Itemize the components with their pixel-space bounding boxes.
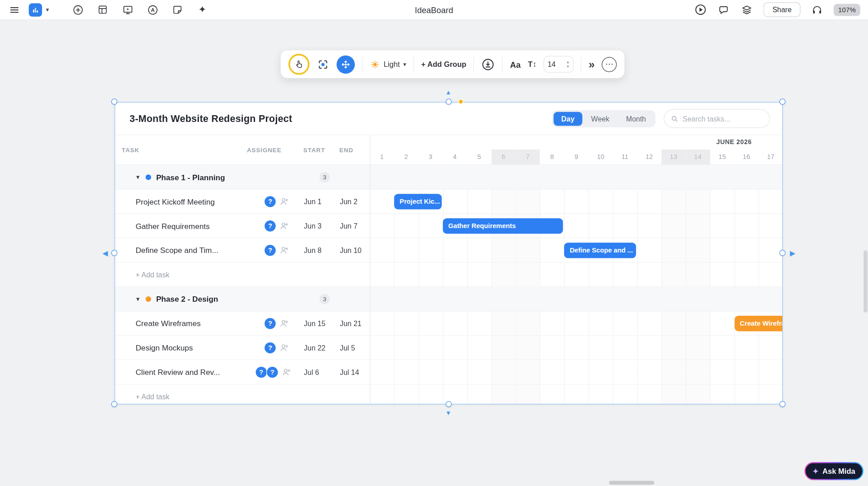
gantt-bar[interactable]: Gather Requirements bbox=[443, 218, 563, 234]
stepper-up-icon[interactable]: ▲ bbox=[566, 61, 570, 64]
zoom-level-badge[interactable]: 107% bbox=[834, 4, 860, 16]
task-name[interactable]: Create Wireframes bbox=[135, 319, 200, 328]
task-name[interactable]: Client Review and Rev... bbox=[135, 368, 220, 377]
font-size-stepper[interactable]: ▲ ▼ bbox=[566, 61, 570, 68]
task-row[interactable]: Gather Requirements?Jun 3Jun 7Gather Req… bbox=[115, 214, 782, 238]
menu-icon[interactable] bbox=[8, 3, 21, 16]
assignee-avatar[interactable]: ? bbox=[264, 244, 276, 256]
layers-icon[interactable] bbox=[740, 3, 753, 16]
audio-headphones-icon[interactable] bbox=[810, 3, 823, 16]
gantt-bar[interactable]: Define Scope and ... bbox=[564, 243, 636, 258]
assignee-avatar[interactable]: ? bbox=[264, 195, 276, 207]
assignee-avatar[interactable]: ? bbox=[264, 317, 276, 329]
sticky-note-icon[interactable] bbox=[171, 3, 184, 16]
view-tab-week[interactable]: Week bbox=[583, 112, 617, 126]
selection-handle-mid-left[interactable] bbox=[111, 250, 117, 256]
assignee-avatar[interactable]: ? bbox=[255, 366, 267, 378]
selection-handle-top-center[interactable] bbox=[446, 98, 451, 104]
task-name[interactable]: Define Scope and Tim... bbox=[135, 246, 218, 255]
comments-icon[interactable] bbox=[717, 3, 730, 16]
sparkle-icon: ✦ bbox=[812, 467, 818, 475]
task-row[interactable]: Client Review and Rev...??Jul 6Jul 14 bbox=[115, 360, 782, 384]
group-row[interactable]: ▾Phase 2 - Design3 bbox=[115, 287, 782, 311]
selection-handle-mid-right[interactable] bbox=[780, 250, 785, 256]
add-assignee-icon[interactable] bbox=[279, 221, 289, 231]
task-row[interactable]: Design Mockups?Jun 22Jul 5 bbox=[115, 336, 782, 360]
horizontal-scrollbar[interactable] bbox=[609, 481, 654, 485]
add-element-icon[interactable] bbox=[71, 3, 84, 16]
font-size-icon[interactable]: T↕ bbox=[528, 60, 537, 69]
ai-sparkle-icon[interactable]: ✦ bbox=[196, 3, 209, 16]
ellipsis-icon: ⋯ bbox=[605, 59, 613, 69]
task-row[interactable]: Define Scope and Tim...?Jun 8Jun 10Defin… bbox=[115, 238, 782, 262]
gantt-bar[interactable]: Create Wireframes bbox=[734, 316, 782, 331]
board-switcher[interactable]: ▾ bbox=[29, 3, 49, 16]
add-assignee-icon[interactable] bbox=[279, 245, 289, 255]
focus-frame-button[interactable] bbox=[317, 58, 330, 70]
task-name[interactable]: Project Kickoff Meeting bbox=[135, 197, 214, 206]
selection-handle-top-right[interactable] bbox=[780, 98, 785, 104]
expand-left-arrow[interactable]: ◀ bbox=[102, 249, 108, 257]
gantt-rows: ▾Phase 1 - Planning3Project Kickoff Meet… bbox=[115, 165, 782, 404]
selection-handle-bottom-left[interactable] bbox=[111, 401, 117, 407]
selection-handle-top-left[interactable] bbox=[111, 98, 117, 104]
vertical-scrollbar[interactable] bbox=[863, 250, 868, 312]
selection-handle-bottom-right[interactable] bbox=[780, 401, 785, 407]
move-tool-button[interactable] bbox=[337, 55, 355, 73]
template-layout-icon[interactable] bbox=[96, 3, 109, 16]
selection-anchor-dot[interactable] bbox=[458, 99, 463, 104]
topbar-tools: A ✦ bbox=[71, 3, 209, 16]
stepper-down-icon[interactable]: ▼ bbox=[566, 65, 570, 68]
share-button[interactable]: Share bbox=[764, 2, 801, 17]
pointer-tool-button[interactable] bbox=[288, 54, 310, 75]
expand-right-arrow[interactable]: ▶ bbox=[790, 249, 795, 257]
expand-up-arrow[interactable]: ▲ bbox=[446, 89, 451, 95]
add-task-row[interactable]: + Add task bbox=[115, 262, 782, 287]
assignee-avatar[interactable]: ? bbox=[264, 220, 276, 232]
gantt-title: 3-Month Website Redesign Project bbox=[130, 113, 292, 125]
more-options-button[interactable]: ⋯ bbox=[602, 57, 617, 72]
theme-selector[interactable]: Light ▾ bbox=[370, 59, 406, 70]
top-bar: ▾ A ✦ IdeaBoard bbox=[0, 0, 868, 20]
group-row[interactable]: ▾Phase 1 - Planning3 bbox=[115, 165, 782, 189]
theme-label: Light bbox=[384, 60, 400, 68]
font-size-input[interactable] bbox=[548, 60, 560, 68]
task-row[interactable]: Project Kickoff Meeting?Jun 1Jun 2Projec… bbox=[115, 189, 782, 214]
presentation-icon[interactable] bbox=[121, 3, 134, 16]
collapse-chevron-icon[interactable]: ▾ bbox=[136, 173, 139, 181]
widget-toolbar: Light ▾ + Add Group Aa T↕ ▲ ▼ » ⋯ bbox=[281, 51, 625, 78]
expand-toolbar-icon[interactable]: » bbox=[589, 58, 595, 70]
column-header-start: START bbox=[303, 147, 325, 154]
task-start-date: Jun 15 bbox=[304, 319, 325, 327]
add-task-button[interactable]: + Add task bbox=[135, 270, 169, 278]
download-button[interactable] bbox=[481, 57, 495, 71]
group-task-count-badge: 3 bbox=[320, 294, 330, 304]
task-row[interactable]: Create Wireframes?Jun 15Jun 21Create Wir… bbox=[115, 311, 782, 336]
ask-mida-button[interactable]: ✦ Ask Mida bbox=[804, 462, 863, 480]
add-group-button[interactable]: + Add Group bbox=[421, 60, 466, 68]
search-input[interactable] bbox=[682, 114, 763, 122]
view-tab-month[interactable]: Month bbox=[618, 112, 654, 126]
text-tool-icon[interactable]: A bbox=[146, 3, 159, 16]
assignee-avatar[interactable]: ? bbox=[264, 341, 276, 354]
present-play-icon[interactable] bbox=[694, 3, 707, 16]
add-assignee-icon[interactable] bbox=[279, 343, 289, 353]
task-name[interactable]: Design Mockups bbox=[135, 343, 193, 352]
view-tab-day[interactable]: Day bbox=[553, 112, 582, 126]
selection-handle-bottom-center[interactable] bbox=[446, 401, 451, 407]
gantt-chart-widget[interactable]: 3-Month Website Redesign Project DayWeek… bbox=[115, 102, 783, 405]
expand-down-arrow[interactable]: ▼ bbox=[446, 410, 451, 416]
add-task-button[interactable]: + Add task bbox=[135, 392, 169, 400]
font-size-control: ▲ ▼ bbox=[544, 56, 574, 73]
font-style-button[interactable]: Aa bbox=[510, 60, 521, 69]
task-name[interactable]: Gather Requirements bbox=[135, 221, 209, 230]
day-header: 12 bbox=[637, 150, 661, 164]
search-box[interactable] bbox=[664, 109, 770, 128]
add-assignee-icon[interactable] bbox=[281, 367, 291, 377]
assignee-avatar[interactable]: ? bbox=[266, 366, 279, 378]
group-color-dot bbox=[146, 174, 151, 180]
add-assignee-icon[interactable] bbox=[279, 318, 289, 328]
collapse-chevron-icon[interactable]: ▾ bbox=[136, 295, 139, 303]
add-assignee-icon[interactable] bbox=[279, 196, 289, 206]
gantt-bar[interactable]: Project Kic... bbox=[394, 194, 441, 209]
